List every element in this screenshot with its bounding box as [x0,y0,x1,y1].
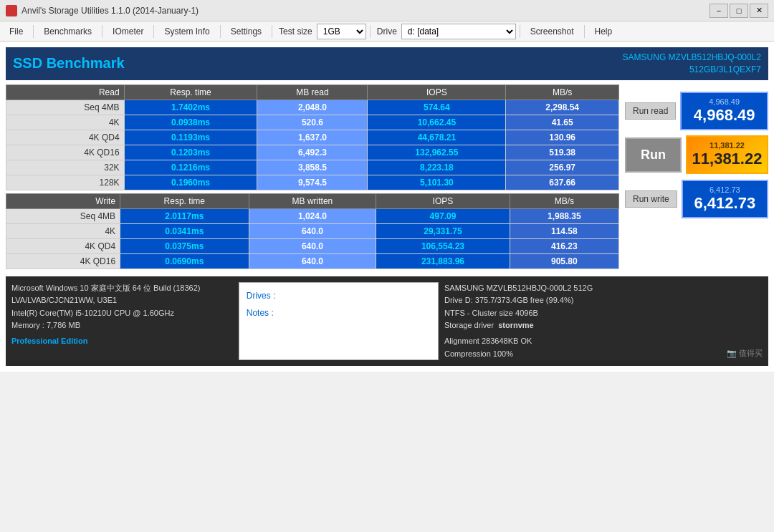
read-row-iops: 5,101.30 [368,175,506,190]
write-row-label: 4K QD16 [6,253,120,269]
write-header-resp: Resp. time [120,193,249,208]
driveinfo-line: NTFS - Cluster size 4096B [444,307,721,320]
header-title: SSD Benchmark [13,55,125,72]
read-row-mbs: 519.38 [506,145,619,160]
read-row-label: 4K QD4 [6,130,125,145]
read-row-resp: 0.1193ms [124,130,257,145]
read-table: Read Resp. time MB read IOPS MB/s Seq 4M… [6,84,619,190]
read-table-row: 4K QD16 0.1203ms 6,492.3 132,962.55 519.… [6,145,619,160]
read-table-row: 32K 0.1216ms 3,858.5 8,223.18 256.97 [6,160,619,175]
write-row-mb: 1,024.0 [249,208,376,223]
header-drive-line2: 512GB/3L1QEXF7 [623,64,761,76]
read-row-mbs: 41.65 [506,115,619,130]
maximize-button[interactable]: □ [730,4,748,18]
menu-bar: File Benchmarks IOmeter System Info Sett… [0,21,774,42]
write-row-resp: 0.0341ms [120,223,249,238]
close-button[interactable]: ✕ [750,4,768,18]
read-row-resp: 0.0938ms [124,115,257,130]
app-icon [6,5,17,16]
header-drive-line1: SAMSUNG MZVLB512HBJQ-000L2 [623,52,761,64]
read-row-mb: 1,637.0 [257,130,368,145]
read-row-mb: 9,574.5 [257,175,368,190]
right-panel: Run read 4,968.49 4,968.49 Run 11,381.22… [625,84,768,272]
write-table-row: 4K QD16 0.0690ms 640.0 231,883.96 905.80 [6,253,619,269]
write-row-iops: 231,883.96 [376,253,510,269]
window-controls: − □ ✕ [710,4,768,18]
read-row-mbs: 256.97 [506,160,619,175]
run-button[interactable]: Run [625,137,682,173]
footer-driveinfo: SAMSUNG MZVLB512HBJQ-000L2 512GDrive D: … [444,282,721,361]
write-header-mb: MB written [249,193,376,208]
write-table-row: 4K 0.0341ms 640.0 29,331.75 114.58 [6,223,619,238]
sysinfo-line: Memory : 7,786 MB [11,319,233,332]
drives-label: Drives : [247,287,431,304]
read-row-label: Seq 4MB [6,100,125,115]
notes-label: Notes : [247,304,431,321]
total-score-small: 11,381.22 [692,141,763,150]
main-content: SSD Benchmark SAMSUNG MZVLB512HBJQ-000L2… [0,42,774,372]
footer-sysinfo: Microsoft Windows 10 家庭中文版 64 位 Build (1… [11,282,233,361]
write-score-big: 6,412.73 [687,194,763,213]
read-score-row: Run read 4,968.49 4,968.49 [625,92,768,130]
test-size-select[interactable]: 1GB 256MB 512MB 2GB [317,24,366,39]
pro-edition-label: Professional Edition [11,335,233,348]
read-row-resp: 0.1960ms [124,175,257,190]
read-score-big: 4,968.49 [686,106,763,125]
menu-benchmarks[interactable]: Benchmarks [37,24,98,39]
read-row-mb: 520.6 [257,115,368,130]
write-row-resp: 0.0690ms [120,253,249,269]
menu-help[interactable]: Help [588,24,619,39]
drive-select[interactable]: d: [data] c: [system] [401,24,516,39]
read-row-label: 4K [6,115,125,130]
read-table-row: Seq 4MB 1.7402ms 2,048.0 574.64 2,298.54 [6,100,619,115]
read-row-label: 4K QD16 [6,145,125,160]
read-row-mbs: 2,298.54 [506,100,619,115]
menu-settings[interactable]: Settings [224,24,268,39]
driveinfo2-line: Alignment 283648KB OK [444,335,721,348]
write-row-iops: 497.09 [376,208,510,223]
write-row-iops: 106,554.23 [376,238,510,253]
menu-separator-7 [520,25,520,38]
read-header-col1: Read [6,84,125,100]
write-row-iops: 29,331.75 [376,223,510,238]
read-score-box: 4,968.49 4,968.49 [680,92,768,130]
driveinfo-line: Drive D: 375.7/373.4GB free (99.4%) [444,294,721,307]
driveinfo2-line: Compression 100% [444,348,721,361]
driveinfo-line: SAMSUNG MZVLB512HBJQ-000L2 512G [444,282,721,295]
write-row-mbs: 114.58 [510,223,618,238]
write-row-mb: 640.0 [249,223,376,238]
read-header-resp: Resp. time [124,84,257,100]
write-row-label: 4K QD4 [6,238,120,253]
write-row-mbs: 416.23 [510,238,618,253]
sysinfo-line: LVA/LVAB/CJCN21WW, U3E1 [11,294,233,307]
run-read-button[interactable]: Run read [625,102,676,120]
driveinfo-line: Storage driver stornvme [444,319,721,332]
minimize-button[interactable]: − [710,4,728,18]
menu-file[interactable]: File [3,24,29,39]
menu-systeminfo[interactable]: System Info [158,24,216,39]
write-table: Write Resp. time MB written IOPS MB/s Se… [6,193,619,269]
read-header-mbs: MB/s [506,84,619,100]
read-row-iops: 8,223.18 [368,160,506,175]
sysinfo-line: Microsoft Windows 10 家庭中文版 64 位 Build (1… [11,282,233,295]
menu-iometer[interactable]: IOmeter [106,24,150,39]
menu-separator-2 [102,25,102,38]
test-size-label: Test size [279,26,312,37]
write-row-label: 4K [6,223,120,238]
read-row-mbs: 637.66 [506,175,619,190]
write-table-row: Seq 4MB 2.0117ms 1,024.0 497.09 1,988.35 [6,208,619,223]
table-container: Read Resp. time MB read IOPS MB/s Seq 4M… [6,84,619,272]
menu-separator-8 [584,25,585,38]
menu-screenshot[interactable]: Screenshot [524,24,580,39]
total-score-box: 11,381.22 11,381.22 [686,135,768,174]
read-row-resp: 0.1203ms [124,145,257,160]
read-header-mb: MB read [257,84,368,100]
write-header-mbs: MB/s [510,193,618,208]
read-row-iops: 44,678.21 [368,130,506,145]
read-row-resp: 1.7402ms [124,100,257,115]
menu-separator-6 [370,25,371,38]
read-row-iops: 10,662.45 [368,115,506,130]
run-write-button[interactable]: Run write [625,190,677,208]
write-row-mbs: 905.80 [510,253,618,269]
watermark-text: 📷 值得买 [727,348,763,359]
